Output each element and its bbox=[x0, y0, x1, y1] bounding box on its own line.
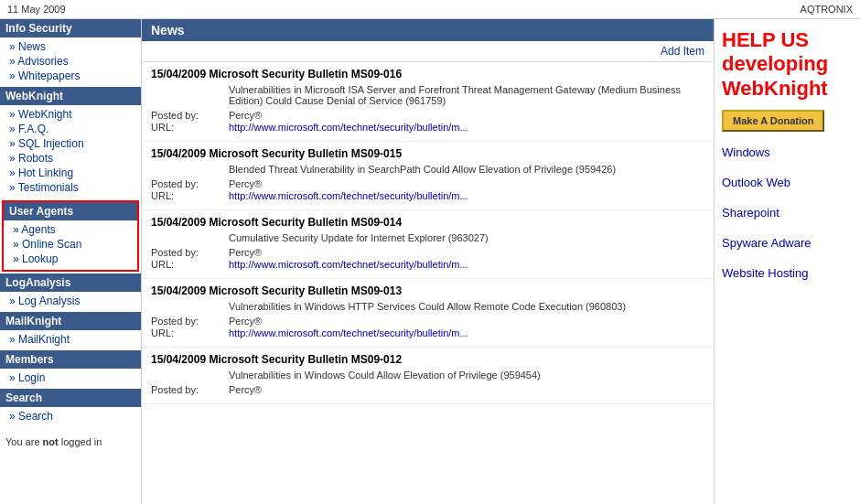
news-header: News bbox=[142, 19, 714, 41]
news-item-title: 15/04/2009 Microsoft Security Bulletin M… bbox=[151, 216, 704, 229]
news-item-desc: Vulnerabilities in Microsoft ISA Server … bbox=[229, 84, 704, 106]
news-item-desc: Blended Threat Vulnerability in SearchPa… bbox=[229, 164, 704, 175]
spyware-adware-link[interactable]: Spyware Adware bbox=[722, 236, 853, 250]
sidebar-item-mailknight[interactable]: MailKnight bbox=[0, 332, 141, 347]
news-item-url-link[interactable]: http://www.microsoft.com/technet/securit… bbox=[229, 122, 468, 133]
sidebar-section-info-security: Info Security News Advisories Whitepaper… bbox=[0, 19, 141, 87]
news-item: 15/04/2009 Microsoft Security Bulletin M… bbox=[142, 348, 714, 404]
sidebar-header-members: Members bbox=[0, 350, 141, 369]
sidebar-item-login[interactable]: Login bbox=[0, 370, 141, 385]
news-item-desc: Cumulative Security Update for Internet … bbox=[229, 232, 704, 243]
url-label: URL: bbox=[151, 327, 229, 338]
posted-by-value: Percy® bbox=[229, 110, 262, 121]
posted-by-value: Percy® bbox=[229, 178, 262, 189]
brand: AQTRONIX bbox=[801, 4, 853, 15]
help-us-text: HELP US developing WebKnight bbox=[722, 28, 853, 101]
add-item-link[interactable]: Add Item bbox=[661, 45, 704, 58]
news-item-url-link[interactable]: http://www.microsoft.com/technet/securit… bbox=[229, 327, 468, 338]
sidebar-header-loganalysis: LogAnalysis bbox=[0, 273, 141, 292]
sidebar-section-mailknight: MailKnight MailKnight bbox=[0, 312, 141, 350]
posted-by-label: Posted by: bbox=[151, 178, 229, 189]
main-content: News Add Item 15/04/2009 Microsoft Secur… bbox=[142, 19, 714, 504]
news-item-title: 15/04/2009 Microsoft Security Bulletin M… bbox=[151, 68, 704, 80]
posted-by-value: Percy® bbox=[229, 247, 262, 258]
sidebar-item-robots[interactable]: Robots bbox=[0, 151, 141, 166]
sidebar-header-webknight: WebKnight bbox=[0, 87, 141, 105]
sidebar-item-whitepapers[interactable]: Whitepapers bbox=[0, 69, 141, 83]
sidebar-header-user-agents: User Agents bbox=[4, 202, 137, 220]
sidebar-item-agents[interactable]: Agents bbox=[4, 222, 137, 237]
sidebar-item-advisories[interactable]: Advisories bbox=[0, 54, 141, 69]
news-item-row-posted: Posted by: Percy® bbox=[151, 247, 704, 258]
news-item-row-posted: Posted by: Percy® bbox=[151, 384, 704, 395]
news-item-row-posted: Posted by: Percy® bbox=[151, 316, 704, 327]
add-item-bar: Add Item bbox=[142, 41, 714, 62]
news-item: 15/04/2009 Microsoft Security Bulletin M… bbox=[142, 142, 714, 210]
posted-by-value: Percy® bbox=[229, 384, 262, 395]
news-list: 15/04/2009 Microsoft Security Bulletin M… bbox=[142, 62, 714, 404]
sidebar-item-webknight[interactable]: WebKnight bbox=[0, 107, 141, 122]
news-item: 15/04/2009 Microsoft Security Bulletin M… bbox=[142, 210, 714, 279]
date: 11 May 2009 bbox=[7, 4, 66, 15]
posted-by-label: Posted by: bbox=[151, 110, 229, 121]
news-item-title: 15/04/2009 Microsoft Security Bulletin M… bbox=[151, 284, 704, 297]
sharepoint-link[interactable]: Sharepoint bbox=[722, 206, 853, 220]
donate-button[interactable]: Make A Donation bbox=[722, 110, 824, 132]
sidebar-header-search: Search bbox=[0, 389, 141, 407]
posted-by-value: Percy® bbox=[229, 316, 262, 327]
sidebar-header-info-security: Info Security bbox=[0, 19, 141, 38]
news-item-desc: Vulnerabilities in Windows HTTP Services… bbox=[229, 301, 704, 312]
sidebar-item-search[interactable]: Search bbox=[0, 409, 141, 424]
news-item-url-link[interactable]: http://www.microsoft.com/technet/securit… bbox=[229, 190, 468, 201]
sidebar-section-webknight: WebKnight WebKnight F.A.Q. SQL Injection… bbox=[0, 87, 141, 198]
news-item-row-url: URL: http://www.microsoft.com/technet/se… bbox=[151, 259, 704, 270]
sidebar-section-members: Members Login bbox=[0, 350, 141, 389]
url-label: URL: bbox=[151, 122, 229, 133]
right-sidebar: HELP US developing WebKnight Make A Dona… bbox=[714, 19, 860, 504]
url-label: URL: bbox=[151, 259, 229, 270]
news-item-title: 15/04/2009 Microsoft Security Bulletin M… bbox=[151, 147, 704, 160]
news-item-row-posted: Posted by: Percy® bbox=[151, 178, 704, 189]
news-item-row-url: URL: http://www.microsoft.com/technet/se… bbox=[151, 122, 704, 133]
login-status: You are not logged in bbox=[0, 433, 141, 451]
news-item-desc: Vulnerabilities in Windows Could Allow E… bbox=[229, 370, 704, 381]
sidebar-item-online-scan[interactable]: Online Scan bbox=[4, 237, 137, 252]
sidebar-item-news[interactable]: News bbox=[0, 39, 141, 54]
news-item-row-url: URL: http://www.microsoft.com/technet/se… bbox=[151, 190, 704, 201]
windows-link[interactable]: Windows bbox=[722, 145, 853, 159]
sidebar: Info Security News Advisories Whitepaper… bbox=[0, 19, 142, 504]
sidebar-item-faq[interactable]: F.A.Q. bbox=[0, 122, 141, 136]
posted-by-label: Posted by: bbox=[151, 384, 229, 395]
sidebar-header-mailknight: MailKnight bbox=[0, 312, 141, 330]
sidebar-item-sql-injection[interactable]: SQL Injection bbox=[0, 136, 141, 151]
sidebar-section-user-agents: User Agents Agents Online Scan Lookup bbox=[2, 200, 139, 272]
top-bar: 11 May 2009 AQTRONIX bbox=[0, 0, 860, 19]
sidebar-item-testimonials[interactable]: Testimonials bbox=[0, 180, 141, 195]
posted-by-label: Posted by: bbox=[151, 316, 229, 327]
news-item-title: 15/04/2009 Microsoft Security Bulletin M… bbox=[151, 353, 704, 366]
sidebar-item-log-analysis[interactable]: Log Analysis bbox=[0, 294, 141, 308]
website-hosting-link[interactable]: Website Hosting bbox=[722, 266, 853, 280]
sidebar-item-hot-linking[interactable]: Hot Linking bbox=[0, 166, 141, 180]
sidebar-section-search: Search Search bbox=[0, 389, 141, 427]
news-item-row-posted: Posted by: Percy® bbox=[151, 110, 704, 121]
url-label: URL: bbox=[151, 190, 229, 201]
news-item-row-url: URL: http://www.microsoft.com/technet/se… bbox=[151, 327, 704, 338]
sidebar-section-loganalysis: LogAnalysis Log Analysis bbox=[0, 273, 141, 312]
outlook-web-link[interactable]: Outlook Web bbox=[722, 176, 853, 189]
sidebar-item-lookup[interactable]: Lookup bbox=[4, 252, 137, 266]
news-item: 15/04/2009 Microsoft Security Bulletin M… bbox=[142, 62, 714, 142]
news-item-url-link[interactable]: http://www.microsoft.com/technet/securit… bbox=[229, 259, 468, 270]
news-item: 15/04/2009 Microsoft Security Bulletin M… bbox=[142, 279, 714, 348]
posted-by-label: Posted by: bbox=[151, 247, 229, 258]
